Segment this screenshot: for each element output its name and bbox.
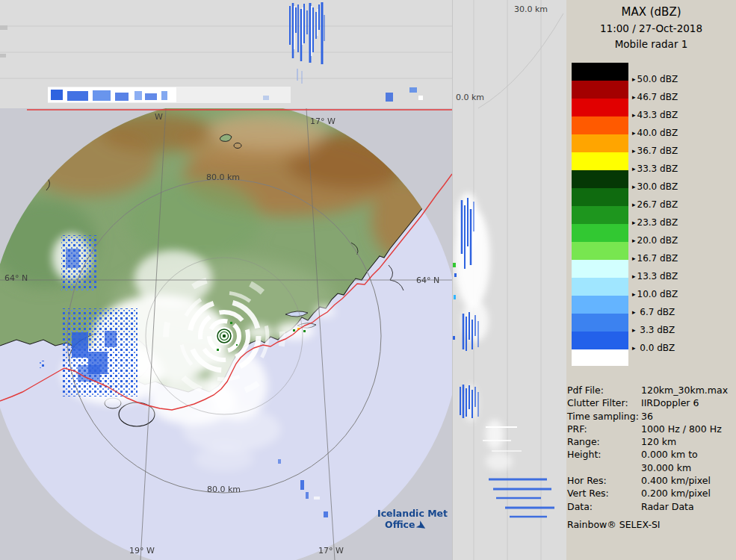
- legend-label: ▸ 6.7 dBZ: [628, 306, 675, 317]
- legend-tick-icon: ▸: [632, 201, 636, 208]
- legend-label: ▸20.0 dBZ: [628, 234, 678, 246]
- legend-swatch: [572, 224, 628, 242]
- legend-tick-icon: ▸: [632, 111, 636, 119]
- met-office-logo-line1: Icelandic Met: [377, 508, 448, 519]
- legend-tick-icon: ▸: [632, 93, 636, 101]
- info-panel: MAX (dBZ) 11:00 / 27-Oct-2018 Mobile rad…: [566, 0, 736, 560]
- cross-section-top-panel[interactable]: [0, 0, 452, 108]
- legend-tick-icon: ▸: [632, 344, 636, 352]
- info-row-value: 0.400 km/pixel: [641, 474, 736, 487]
- info-row: Data:Radar Data: [567, 500, 736, 513]
- legend-label: ▸40.0 dBZ: [628, 127, 678, 138]
- legend-swatch: [572, 332, 628, 349]
- legend-label: ▸33.3 dBZ: [628, 163, 678, 174]
- legend-label: ▸30.0 dBZ: [628, 181, 678, 192]
- info-row-label: PRF:: [567, 423, 641, 435]
- latitude-label-left: 64° N: [4, 273, 28, 283]
- info-row-value: 30.000 km: [641, 461, 736, 474]
- legend-swatch: [572, 134, 628, 152]
- info-row-label: Range:: [567, 435, 641, 448]
- latitude-label-right: 64° N: [416, 276, 439, 285]
- radar-name-label: Mobile radar 1: [566, 38, 736, 50]
- legend-swatch: [572, 278, 628, 296]
- info-row-value: IIRDoppler 6: [641, 396, 736, 409]
- info-row-label: Clutter Filter:: [567, 396, 641, 409]
- legend-tick-icon: ▸: [632, 165, 636, 172]
- legend-tick-icon: ▸: [632, 183, 636, 190]
- legend-swatch: [572, 296, 628, 314]
- legend-tick-icon: ▸: [632, 255, 636, 262]
- info-row-label: Vert Res:: [567, 487, 641, 500]
- legend-tick-icon: ▸: [632, 129, 636, 137]
- legend-swatch: [572, 116, 628, 134]
- met-office-logo: Icelandic Met Office: [377, 508, 448, 530]
- info-row-value: 0.200 km/pixel: [641, 487, 736, 500]
- legend-label: ▸ 3.3 dBZ: [628, 324, 675, 335]
- info-row-label: [567, 461, 641, 474]
- legend-swatch: [572, 206, 628, 224]
- height-axis-max-label: 30.0 km: [514, 4, 548, 14]
- info-row-label: Data:: [567, 500, 641, 513]
- info-row-value: Radar Data: [641, 500, 736, 513]
- product-title: MAX (dBZ): [566, 0, 736, 19]
- info-row: Vert Res:0.200 km/pixel: [567, 487, 736, 500]
- info-row-value: 120km_30km.max: [641, 384, 736, 396]
- legend-tick-icon: ▸: [632, 75, 636, 83]
- legend-label: ▸46.7 dBZ: [628, 91, 678, 102]
- legend-swatch: [572, 170, 628, 188]
- info-row: Pdf File:120km_30km.max: [567, 384, 736, 396]
- meridian-label-top-right: 17° W: [310, 116, 335, 126]
- info-row-label: Height:: [567, 448, 641, 461]
- legend-label: ▸16.7 dBZ: [628, 252, 678, 264]
- meridian-label-bottom-right: 17° W: [318, 546, 344, 556]
- info-row-value: 1000 Hz / 800 Hz: [641, 423, 736, 435]
- range-ring-label-lower: 80.0 km: [207, 485, 241, 494]
- legend-tick-icon: ▸: [632, 290, 636, 298]
- legend-label: ▸26.7 dBZ: [628, 199, 678, 210]
- legend-overflow-band: [572, 349, 628, 366]
- cross-section-top-canvas[interactable]: [0, 0, 452, 108]
- info-row-value: 120 km: [641, 435, 736, 448]
- radar-map-panel[interactable]: W 17° W 80.0 km 64° N 64° N 80.0 km 19° …: [0, 108, 452, 560]
- legend-tick-icon: ▸: [632, 273, 636, 280]
- legend-label: ▸50.0 dBZ: [628, 73, 678, 84]
- legend-swatch: [572, 152, 628, 170]
- info-row: Height:0.000 km to: [567, 448, 736, 461]
- info-row: Clutter Filter:IIRDoppler 6: [567, 396, 736, 409]
- info-row-label: Hor Res:: [567, 474, 641, 487]
- info-row-value: 0.000 km to: [641, 448, 736, 461]
- cross-section-right-panel[interactable]: 30.0 km 0.0 km: [452, 0, 566, 560]
- info-row-value: 36: [641, 410, 736, 423]
- radar-application-window: W 17° W 80.0 km 64° N 64° N 80.0 km 19° …: [0, 0, 736, 560]
- legend-swatch: [572, 99, 628, 116]
- legend-swatch: [572, 242, 628, 260]
- legend-tick-icon: ▸: [632, 308, 636, 316]
- legend-label: ▸13.3 dBZ: [628, 270, 678, 281]
- legend-tick-icon: ▸: [632, 237, 636, 244]
- info-row: Range:120 km: [567, 435, 736, 448]
- info-row-label: Time sampling:: [567, 410, 641, 423]
- legend-label: ▸36.7 dBZ: [628, 145, 678, 156]
- info-row: 30.000 km: [567, 461, 736, 474]
- height-axis-min-label: 0.0 km: [456, 93, 484, 102]
- info-row: PRF:1000 Hz / 800 Hz: [567, 423, 736, 435]
- info-row-label: Pdf File:: [567, 384, 641, 396]
- legend-tick-icon: ▸: [632, 326, 636, 334]
- legend-label: ▸ 0.0 dBZ: [628, 342, 675, 353]
- legend-row: ▸50.0 dBZ: [572, 63, 678, 81]
- info-block: Pdf File:120km_30km.maxClutter Filter:II…: [567, 384, 736, 531]
- legend-entries: ▸50.0 dBZ▸46.7 dBZ▸43.3 dBZ▸40.0 dBZ▸36.…: [572, 63, 678, 367]
- info-row: Hor Res:0.400 km/pixel: [567, 474, 736, 487]
- legend-tick-icon: ▸: [632, 147, 636, 155]
- range-ring-label-upper: 80.0 km: [206, 172, 240, 182]
- info-rows: Pdf File:120km_30km.maxClutter Filter:II…: [567, 384, 736, 513]
- legend-swatch: [572, 188, 628, 206]
- legend-label: ▸43.3 dBZ: [628, 109, 678, 120]
- legend-label: ▸10.0 dBZ: [628, 288, 678, 299]
- cross-section-right-canvas[interactable]: [453, 0, 566, 560]
- legend-swatch: [572, 81, 628, 99]
- info-row: Time sampling:36: [567, 410, 736, 423]
- legend-swatch: [572, 260, 628, 278]
- meridian-label-bottom-left: 19° W: [129, 546, 155, 556]
- datetime-label: 11:00 / 27-Oct-2018: [566, 22, 736, 34]
